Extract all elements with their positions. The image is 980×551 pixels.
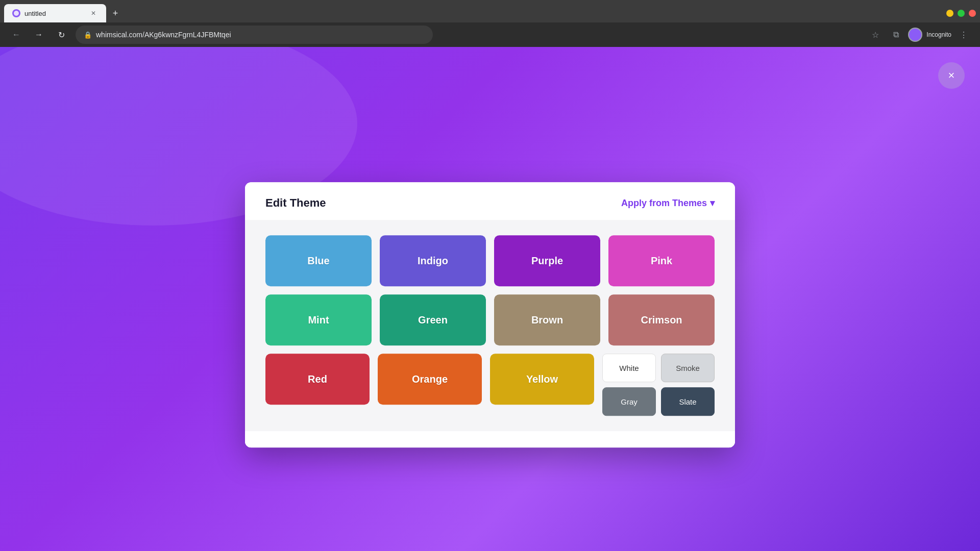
page-content: × Edit Theme Apply from Themes ▾ Blue In… — [0, 47, 980, 551]
color-grid-row2: Mint Green Brown Crimson — [265, 294, 715, 345]
overlay-close-button[interactable]: × — [938, 62, 965, 89]
color-red[interactable]: Red — [265, 354, 370, 405]
lock-icon: 🔒 — [84, 31, 92, 39]
tab-favicon — [12, 9, 20, 17]
neutral-tiles: White Smoke Gray Slate — [602, 354, 715, 416]
tab-title: untitled — [24, 10, 85, 17]
forward-button[interactable]: → — [31, 27, 47, 43]
apply-from-themes-button[interactable]: Apply from Themes ▾ — [621, 197, 715, 209]
incognito-label: Incognito — [926, 31, 951, 38]
color-white[interactable]: White — [602, 354, 656, 382]
back-button[interactable]: ← — [8, 27, 24, 43]
color-blue[interactable]: Blue — [265, 235, 372, 286]
color-indigo[interactable]: Indigo — [380, 235, 486, 286]
window-controls — [946, 10, 976, 17]
tab-close-button[interactable]: ✕ — [89, 9, 98, 18]
menu-button[interactable]: ⋮ — [955, 27, 972, 43]
edit-theme-modal: Edit Theme Apply from Themes ▾ Blue Indi… — [245, 182, 735, 447]
modal-footer — [245, 431, 735, 447]
modal-title: Edit Theme — [265, 196, 326, 210]
color-slate[interactable]: Slate — [661, 387, 715, 416]
color-mint[interactable]: Mint — [265, 294, 372, 345]
last-row: Red Orange Yellow White Smoke Gray Slate — [265, 354, 715, 416]
color-gray[interactable]: Gray — [602, 387, 656, 416]
color-green[interactable]: Green — [380, 294, 486, 345]
color-brown[interactable]: Brown — [494, 294, 600, 345]
browser-actions: ☆ ⧉ Incognito ⋮ — [867, 27, 972, 43]
color-grid-row1: Blue Indigo Purple Pink — [265, 235, 715, 286]
color-purple[interactable]: Purple — [494, 235, 600, 286]
profile-avatar[interactable] — [908, 28, 922, 42]
new-tab-button[interactable]: + — [108, 6, 122, 20]
modal-header: Edit Theme Apply from Themes ▾ — [245, 182, 735, 220]
url-bar[interactable]: 🔒 whimsical.com/AKg6kwnzFgrnL4JFBMtqei — [76, 26, 433, 44]
color-orange[interactable]: Orange — [378, 354, 482, 405]
browser-chrome: untitled ✕ + ← → ↻ 🔒 whimsical.com/AKg6k… — [0, 0, 980, 47]
window-close-button[interactable] — [969, 10, 976, 17]
tab-bar: untitled ✕ + — [0, 0, 980, 22]
reload-button[interactable]: ↻ — [53, 27, 69, 43]
color-crimson[interactable]: Crimson — [608, 294, 715, 345]
address-bar: ← → ↻ 🔒 whimsical.com/AKg6kwnzFgrnL4JFBM… — [0, 22, 980, 47]
apply-themes-label: Apply from Themes — [621, 198, 707, 209]
color-smoke[interactable]: Smoke — [661, 354, 715, 382]
svg-point-0 — [14, 11, 19, 16]
split-view-button[interactable]: ⧉ — [888, 27, 904, 43]
color-yellow[interactable]: Yellow — [490, 354, 594, 405]
url-text: whimsical.com/AKg6kwnzFgrnL4JFBMtqei — [96, 31, 231, 39]
active-tab[interactable]: untitled ✕ — [4, 4, 106, 22]
bookmark-button[interactable]: ☆ — [867, 27, 884, 43]
color-tiles-bottom: Red Orange Yellow — [265, 354, 594, 405]
close-icon: × — [948, 69, 955, 82]
modal-body: Blue Indigo Purple Pink Mint Green Brown… — [245, 220, 735, 431]
color-pink[interactable]: Pink — [608, 235, 715, 286]
chevron-down-icon: ▾ — [710, 197, 715, 209]
minimize-button[interactable] — [946, 10, 953, 17]
maximize-button[interactable] — [958, 10, 965, 17]
